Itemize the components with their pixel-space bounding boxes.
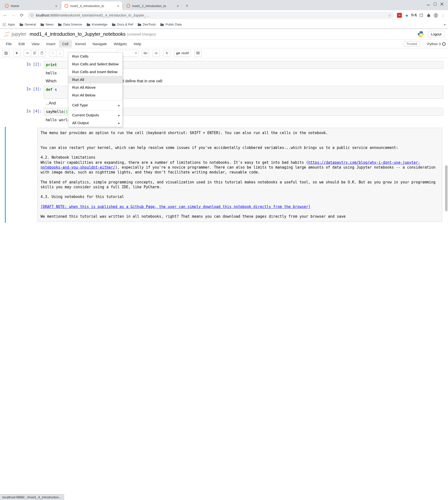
kernel-indicator[interactable]: Python 3 [424,42,446,46]
scrollbar-thumb[interactable] [445,165,448,211]
svg-point-18 [4,25,5,26]
svg-point-22 [5,32,5,32]
apps-shortcut[interactable]: Apps [2,23,15,27]
notebook-name[interactable]: mod1_4_introduction_to_Jupyter_notebooks [30,31,126,37]
bookmark-overflow-icon[interactable]: » [444,23,446,26]
url-bar[interactable]: ⓘ localhost:8888/notebooks/onl_tutorials… [27,12,394,19]
svg-point-24 [421,36,422,36]
menu-item-run-all-below[interactable]: Run All Below [68,91,122,99]
move-down-button[interactable]: ↓ [56,50,64,57]
move-up-button[interactable]: ↑ [49,50,56,57]
extension-icon[interactable]: ••• [397,13,402,18]
folder-icon [58,23,62,26]
svg-rect-31 [144,52,147,54]
svg-point-36 [156,53,157,53]
folder-icon [19,23,23,26]
profile-avatar-icon[interactable] [433,13,438,18]
nbdiff-button[interactable]: gitnbdiff [174,50,191,57]
reload-button[interactable]: ⟳ [19,13,24,18]
bookmark-folder[interactable]: Docs & Ref [112,23,133,26]
window-controls [427,1,446,6]
kernel-label: Python 3 [427,42,441,46]
folder-icon [86,23,90,26]
cut-button[interactable]: ✂ [24,50,31,57]
logout-button[interactable]: Logout [428,31,445,38]
browser-tab[interactable]: mod1_2_introduction_to × [123,1,182,10]
svg-point-1 [65,4,68,7]
raw-text[interactable]: The menu bar provides an option to run t… [37,128,442,222]
menu-view[interactable]: View [28,40,43,47]
close-icon[interactable]: × [177,4,179,8]
menu-file[interactable]: File [2,40,15,47]
tab-title: mod1_4_introduction_to [70,4,115,8]
nav-bar: ← → ⟳ ⓘ localhost:8888/notebooks/onl_tut… [0,10,448,20]
save-button[interactable] [2,50,10,57]
menu-item-run-cells[interactable]: Run Cells [68,52,122,60]
bookmark-folder[interactable]: General [19,23,36,26]
minimize-icon[interactable] [427,2,430,6]
status-bar: localhost:8888/.../mod1_4_introduction..… [0,494,64,499]
svg-point-2 [127,4,130,7]
menu-item-run-cells-and-insert-below[interactable]: Run Cells and Insert Below [68,68,122,76]
bookmark-label: DevTools [143,23,156,26]
extensions-menu-icon[interactable] [426,13,431,18]
bookmark-folder[interactable]: DevTools [138,23,156,26]
close-icon[interactable]: × [117,4,119,8]
toc-button[interactable] [194,50,202,57]
menu-edit[interactable]: Edit [15,40,28,47]
paste-button[interactable] [38,50,46,57]
menu-item-run-all-above[interactable]: Run All Above [68,83,122,91]
cell-prompt: In [2]: [19,61,44,69]
menu-help[interactable]: Help [130,40,144,47]
chrome-menu-icon[interactable]: ⋮ [441,13,446,18]
new-tab-button[interactable]: + [184,2,191,9]
extension-icon[interactable] [419,13,424,18]
menu-insert[interactable]: Insert [43,40,59,47]
cell-prompt: In [4]: [19,108,44,116]
menu-item-cell-type[interactable]: Cell Type [68,101,122,109]
bookmark-label: Data Science [63,23,82,26]
refresh-button[interactable]: ↻ [163,50,171,57]
extension-icon[interactable]: ◆ [404,13,409,18]
raw-cell[interactable]: The menu bar provides an option to run t… [5,127,443,223]
menu-item-current-outputs[interactable]: Current Outputs [68,111,122,119]
bookmark-star-icon[interactable]: ☆ [388,13,391,17]
bookmark-folder[interactable]: Knowledge [86,23,107,26]
jupyter-icon [3,31,10,38]
maximize-icon[interactable] [433,2,437,6]
back-button[interactable]: ← [2,13,8,18]
add-cell-button[interactable]: + [13,50,20,57]
preview-button[interactable] [153,50,160,57]
menu-item-all-output[interactable]: All Output [68,119,122,127]
menu-item-run-cells-and-select-below[interactable]: Run Cells and Select Below [68,60,122,68]
menu-cell[interactable]: Cell [59,40,72,47]
folder-icon [160,23,164,26]
svg-rect-33 [145,52,145,53]
command-palette-button[interactable] [142,50,149,57]
jupyter-logo[interactable]: jupyter [3,31,26,38]
bookmark-folder[interactable]: Data Science [58,23,82,26]
forward-button[interactable]: → [11,13,16,18]
svg-point-12 [4,23,5,24]
svg-point-41 [196,53,197,53]
svg-rect-30 [42,52,42,52]
copy-button[interactable] [31,50,38,57]
bookmark-folder[interactable]: News [40,23,54,26]
extension-icon[interactable]: TEX [412,13,416,18]
browser-tab[interactable]: Home × [2,1,60,10]
close-window-icon[interactable] [440,2,444,6]
site-info-icon[interactable]: ⓘ [30,13,33,17]
menu-widgets[interactable]: Widgets [110,40,130,47]
browser-chrome: Home × mod1_4_introduction_to × mod1_2_i… [0,0,448,29]
notebook-container[interactable]: In [2]: print hello Which function and d… [0,58,448,499]
trusted-badge[interactable]: Trusted [404,41,420,47]
browser-tab[interactable]: mod1_4_introduction_to × [62,1,122,10]
close-icon[interactable]: × [55,4,57,8]
svg-rect-4 [434,3,437,6]
menu-kernel[interactable]: Kernel [72,40,89,47]
menu-navigate[interactable]: Navigate [89,40,110,47]
link[interactable]: [DRAFT NOTE: when this is published as a… [41,205,310,209]
bookmark-label: Docs & Ref [117,23,133,26]
menu-item-run-all[interactable]: Run All [68,76,122,83]
bookmark-folder[interactable]: Public Data [160,23,181,26]
